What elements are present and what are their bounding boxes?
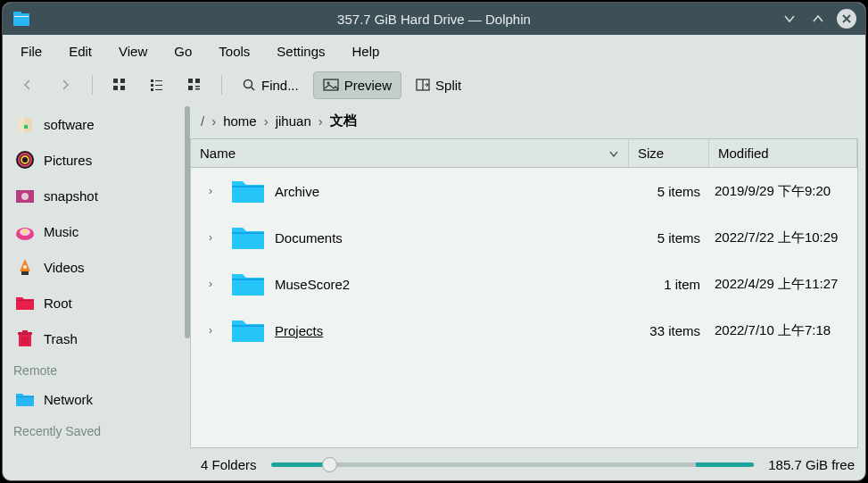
svg-rect-3: [113, 79, 118, 83]
svg-rect-14: [195, 79, 200, 83]
preview-button[interactable]: Preview: [313, 71, 401, 99]
app-icon: [12, 9, 31, 29]
close-button[interactable]: [837, 9, 856, 29]
back-button[interactable]: [12, 72, 44, 97]
breadcrumb-root[interactable]: /: [201, 113, 204, 129]
svg-rect-15: [188, 86, 193, 90]
sidebar-scrollbar[interactable]: [185, 106, 190, 338]
svg-rect-6: [120, 86, 125, 90]
file-name: Documents: [275, 230, 343, 246]
svg-rect-0: [13, 13, 29, 26]
sidebar-section-remote: Remote: [3, 356, 190, 381]
titlebar[interactable]: 357.7 GiB Hard Drive — Dolphin: [3, 3, 865, 35]
music-icon: [13, 220, 37, 243]
column-modified[interactable]: Modified: [709, 139, 857, 167]
compact-view-button[interactable]: [141, 72, 173, 97]
svg-rect-26: [18, 118, 24, 132]
details-view-button[interactable]: [178, 72, 211, 97]
toolbar: Find... Preview Split: [3, 67, 865, 103]
svg-point-35: [23, 229, 27, 233]
svg-rect-49: [232, 325, 264, 327]
expand-icon[interactable]: ›: [209, 185, 221, 197]
minimize-button[interactable]: [780, 9, 799, 29]
chevron-right-icon: ›: [264, 113, 269, 129]
sidebar-section-recent: Recently Saved: [3, 417, 190, 442]
file-modified: 2022/7/10 上午7:18: [709, 322, 857, 339]
svg-rect-46: [232, 186, 264, 187]
svg-line-19: [252, 87, 255, 91]
svg-rect-47: [232, 232, 264, 234]
expand-icon[interactable]: ›: [209, 231, 221, 244]
svg-point-21: [327, 82, 329, 85]
chevron-right-icon: ›: [318, 113, 323, 129]
file-size: 5 items: [629, 184, 709, 199]
sidebar-item-videos[interactable]: Videos: [3, 249, 190, 285]
sidebar-item-network[interactable]: Network: [3, 381, 190, 417]
svg-point-37: [23, 265, 27, 269]
expand-icon[interactable]: ›: [209, 278, 221, 290]
breadcrumb-home[interactable]: home: [223, 113, 257, 129]
svg-rect-45: [16, 396, 34, 397]
sidebar-item-label: Music: [44, 224, 79, 239]
file-row[interactable]: ›MuseScore2 1 item 2022/4/29 上午11:27: [191, 261, 857, 307]
file-size: 1 item: [629, 277, 709, 292]
svg-rect-7: [151, 79, 153, 82]
menu-settings[interactable]: Settings: [264, 38, 337, 64]
expand-icon[interactable]: ›: [209, 324, 221, 337]
package-icon: [13, 112, 37, 136]
sidebar-item-label: Pictures: [44, 153, 92, 168]
file-row[interactable]: ›Projects 33 items 2022/7/10 上午7:18: [191, 307, 857, 354]
chevron-right-icon: ›: [211, 113, 216, 129]
sidebar-item-music[interactable]: Music: [3, 213, 190, 249]
folder-icon: [228, 313, 268, 347]
folder-icon: [228, 221, 268, 254]
svg-rect-1: [13, 12, 21, 15]
file-modified: 2019/9/29 下午9:20: [709, 183, 857, 200]
maximize-button[interactable]: [808, 9, 828, 29]
file-row[interactable]: ›Documents 5 items 2022/7/22 上午10:29: [191, 214, 857, 261]
menu-file[interactable]: File: [8, 38, 54, 64]
breadcrumb-current[interactable]: 文档: [330, 112, 357, 129]
svg-point-32: [21, 193, 29, 200]
sidebar-item-pictures[interactable]: Pictures: [3, 142, 190, 178]
svg-rect-17: [195, 88, 200, 90]
sidebar-item-snapshot[interactable]: snapshot: [3, 178, 190, 213]
file-list-header: Name Size Modified: [191, 139, 857, 168]
column-name[interactable]: Name: [191, 139, 629, 167]
find-button[interactable]: Find...: [233, 72, 308, 98]
menu-view[interactable]: View: [106, 38, 160, 64]
svg-rect-2: [14, 16, 29, 17]
menu-tools[interactable]: Tools: [206, 38, 262, 64]
file-name: Projects: [275, 323, 323, 338]
split-button[interactable]: Split: [407, 72, 470, 98]
slider-thumb[interactable]: [322, 457, 337, 472]
status-freespace: 185.7 GiB free: [768, 457, 855, 472]
menu-go[interactable]: Go: [161, 38, 204, 64]
column-size[interactable]: Size: [629, 139, 709, 167]
icons-view-button[interactable]: [103, 72, 136, 97]
breadcrumb-user[interactable]: jihuan: [276, 113, 311, 129]
file-row[interactable]: ›Archive 5 items 2019/9/29 下午9:20: [191, 168, 857, 214]
sidebar-item-trash[interactable]: Trash: [3, 321, 190, 356]
sidebar-item-label: Root: [44, 296, 72, 311]
preview-label: Preview: [344, 78, 392, 93]
svg-rect-27: [24, 125, 28, 129]
menu-edit[interactable]: Edit: [56, 38, 104, 64]
svg-rect-11: [151, 88, 153, 91]
pictures-icon: [13, 148, 37, 171]
menu-help[interactable]: Help: [340, 38, 393, 64]
find-label: Find...: [261, 78, 299, 93]
zoom-slider[interactable]: [271, 462, 755, 467]
sidebar-item-label: snapshot: [44, 188, 98, 204]
sidebar-item-label: software: [44, 117, 95, 132]
sidebar-item-software[interactable]: software: [3, 106, 190, 142]
file-modified: 2022/7/22 上午10:29: [709, 229, 857, 246]
menubar: File Edit View Go Tools Settings Help: [3, 35, 865, 67]
sidebar-item-root[interactable]: Root: [3, 285, 190, 321]
svg-rect-12: [155, 89, 162, 90]
forward-button[interactable]: [49, 72, 81, 97]
svg-rect-41: [22, 330, 28, 333]
status-count: 4 Folders: [201, 457, 257, 472]
file-name: Archive: [275, 184, 319, 199]
svg-point-18: [244, 80, 252, 88]
